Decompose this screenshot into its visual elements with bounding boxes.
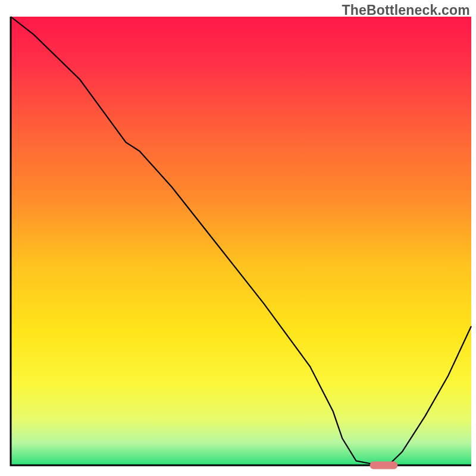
gradient-background: [11, 17, 471, 465]
watermark-text: TheBottleneck.com: [342, 2, 470, 18]
chart-container: TheBottleneck.com: [0, 0, 476, 476]
bottleneck-curve-chart: [0, 0, 476, 476]
optimum-marker: [370, 462, 397, 469]
